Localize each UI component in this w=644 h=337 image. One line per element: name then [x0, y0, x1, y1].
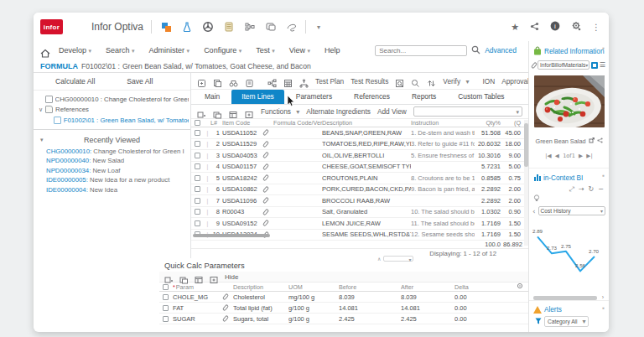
attachment-paperclip-icon[interactable]: [262, 220, 269, 227]
search-icon[interactable]: [471, 43, 480, 58]
qcp-export-icon[interactable]: [210, 272, 219, 282]
expand-icon[interactable]: ⤢: [569, 185, 574, 194]
copy-icon[interactable]: [213, 76, 222, 86]
row-checkbox[interactable]: [195, 141, 200, 147]
drag-handle[interactable]: |: [205, 175, 210, 181]
row-checkbox[interactable]: [195, 163, 200, 169]
lasso-icon[interactable]: [285, 21, 298, 34]
item-row[interactable]: |3USDA04053OIL,OLIVE,BERTOLLI5. Ensure f…: [191, 150, 528, 162]
menu-item-develop[interactable]: Develop ▾: [59, 46, 91, 54]
related-doc-type-select[interactable]: InforBillofMaterials▾: [538, 60, 589, 70]
list-view-icon[interactable]: ☰: [600, 64, 605, 67]
attachment-paperclip-icon[interactable]: [262, 197, 269, 205]
apps-squares-icon[interactable]: [159, 21, 172, 34]
recently-viewed-item[interactable]: IDE00000004: New Idea: [34, 186, 190, 196]
collapse-caret-icon[interactable]: ▾: [40, 137, 44, 143]
attachment-paperclip-icon[interactable]: [262, 174, 269, 182]
attachment-paperclip-icon[interactable]: [222, 293, 229, 301]
home-icon[interactable]: [40, 46, 50, 55]
open-link-icon[interactable]: [589, 137, 595, 145]
insight-bulb-icon[interactable]: [529, 194, 609, 204]
tab-item-lines[interactable]: Item Lines: [231, 90, 284, 104]
grid-search-icon[interactable]: [395, 76, 404, 86]
favorite-star-icon[interactable]: ★: [511, 22, 519, 33]
ion-button[interactable]: ION: [482, 77, 495, 86]
pane-splitter[interactable]: ∧▾: [377, 256, 413, 262]
drag-handle[interactable]: |: [205, 141, 210, 147]
test-plan-button[interactable]: Test Plan: [315, 77, 344, 86]
menu-item-search[interactable]: Search ▾: [106, 46, 135, 54]
drag-handle[interactable]: |: [205, 153, 210, 158]
sort-arrows-icon[interactable]: [427, 76, 436, 86]
calculator-icon[interactable]: [283, 76, 293, 86]
row-checkbox[interactable]: [195, 186, 200, 192]
image-pagination[interactable]: |◀ ◀ 1of1 ▶ ▶|: [529, 153, 609, 159]
add-row-icon[interactable]: [197, 107, 206, 117]
find-binoculars-icon[interactable]: [229, 76, 238, 86]
panel-menu-icon[interactable]: ▪: [602, 44, 605, 52]
magnifier-icon[interactable]: [411, 76, 420, 86]
menu-item-administer[interactable]: Administer ▾: [149, 46, 190, 54]
item-row[interactable]: |9USDA09152LEMON JUICE,RAW11. The salad …: [191, 218, 528, 230]
lab-flask-icon[interactable]: [180, 21, 193, 34]
more-apps-caret-icon[interactable]: ▾: [317, 23, 320, 31]
hide-button[interactable]: Hide: [225, 273, 238, 281]
grid-settings-icon[interactable]: [229, 107, 238, 117]
menu-item-help[interactable]: Help: [325, 46, 340, 54]
attachment-paperclip-icon[interactable]: [262, 185, 269, 193]
record-code-link[interactable]: IDE00000004:: [46, 186, 90, 194]
attach-doc-icon[interactable]: [245, 76, 254, 86]
record-code-link[interactable]: NPD00000034:: [46, 167, 92, 174]
tree-item[interactable]: ∨References: [39, 105, 189, 116]
quick-calc-row[interactable]: FATTotal lipid (fat)g/100 g14.08114.0810…: [159, 303, 528, 314]
drag-handle[interactable]: |: [205, 130, 210, 136]
tab-custom-tables[interactable]: Custom Tables: [448, 90, 514, 104]
documents-icon[interactable]: [222, 21, 235, 34]
item-row[interactable]: |8R00043Salt, Granulated10. The salad sh…: [191, 207, 528, 219]
tab-main[interactable]: Main: [195, 90, 230, 104]
verify-button[interactable]: Verify ▾: [443, 77, 469, 86]
recently-viewed-item[interactable]: IDE00000005: New Idea for a new product: [34, 176, 190, 186]
product-photo[interactable]: [534, 75, 605, 127]
share-icon[interactable]: [530, 19, 539, 34]
back-chevron-icon[interactable]: ‹: [532, 207, 536, 215]
attachment-paperclip-icon[interactable]: [262, 152, 269, 159]
record-code-link[interactable]: NPD00000040:: [46, 157, 92, 164]
share-small-icon[interactable]: [597, 137, 603, 145]
qcp-grid-icon[interactable]: [195, 272, 204, 282]
hierarchy-app-icon[interactable]: [243, 21, 256, 34]
tab-references[interactable]: References: [344, 90, 400, 104]
row-checkbox[interactable]: [195, 130, 200, 136]
row-checkbox[interactable]: [163, 294, 169, 300]
drag-handle[interactable]: |: [205, 220, 210, 226]
advanced-search-link[interactable]: Advanced: [485, 46, 517, 54]
alternate-ingredients-button[interactable]: Alternate Ingredients: [306, 107, 371, 116]
row-checkbox[interactable]: [195, 153, 200, 158]
settings-gear-icon[interactable]: [571, 19, 581, 34]
attachment-paperclip-icon[interactable]: [262, 163, 269, 170]
save-all-button[interactable]: Save All: [127, 77, 153, 86]
attachment-paperclip-icon[interactable]: [262, 129, 269, 137]
test-results-button[interactable]: Test Results: [351, 77, 388, 86]
filter-funnel-icon[interactable]: [535, 318, 542, 326]
minimize-icon[interactable]: −: [598, 185, 604, 194]
attachment-paperclip-icon[interactable]: [222, 304, 229, 312]
card-view-icon[interactable]: [591, 62, 598, 69]
row-checkbox[interactable]: [195, 209, 200, 215]
item-row[interactable]: |5USDA18242CROUTONS,PLAIN8. Croutons are…: [191, 173, 528, 184]
qcp-select-all-checkbox[interactable]: [163, 284, 169, 290]
next-page-icon[interactable]: ▶: [579, 153, 583, 159]
export-doc-icon[interactable]: [197, 76, 206, 86]
drag-handle[interactable]: |: [205, 198, 210, 204]
qcp-add-icon[interactable]: [164, 272, 174, 282]
search-input[interactable]: [375, 45, 467, 56]
tab-reports[interactable]: Reports: [402, 90, 446, 104]
item-row[interactable]: |7USDA11096BROCCOLI RAAB,RAW2.28922.00: [191, 195, 528, 207]
recently-viewed-item[interactable]: NPD00000034: New Loaf: [34, 167, 190, 177]
refresh-icon[interactable]: ↻: [589, 185, 595, 194]
attachment-paperclip-icon[interactable]: [262, 140, 269, 148]
quick-calc-row[interactable]: SUGARSugars, totalg/100 g2.4252.4250.00: [159, 314, 528, 324]
drag-handle[interactable]: |: [205, 163, 210, 169]
info-icon[interactable]: i: [550, 19, 560, 34]
recently-viewed-item[interactable]: CHG00000010: Change Cholesterol for Gree…: [34, 148, 190, 158]
